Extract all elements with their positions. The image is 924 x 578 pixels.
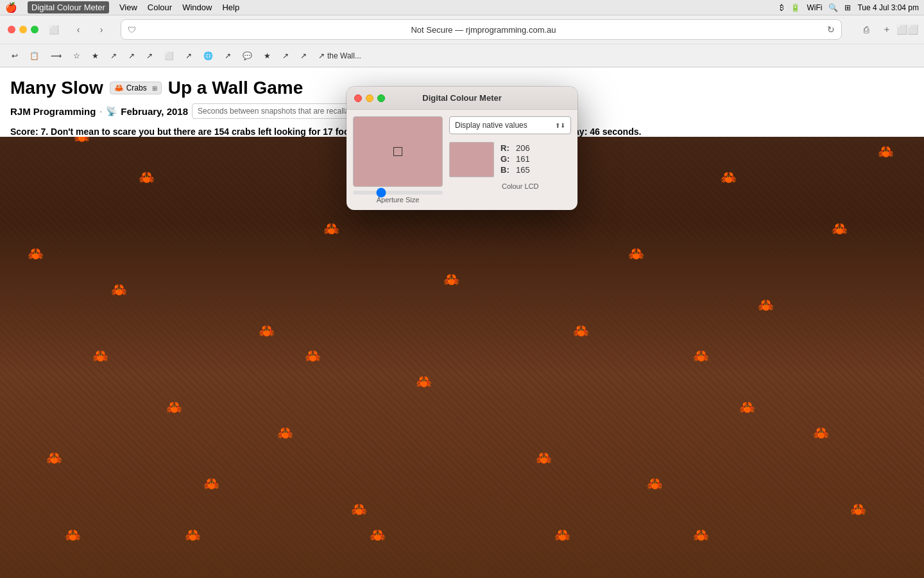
crabs-label: Crabs — [126, 83, 147, 92]
game-crab-7[interactable]: 🦀 — [111, 282, 127, 297]
control-center-icon[interactable]: ⊞ — [844, 3, 851, 12]
game-crab-12[interactable]: 🦀 — [277, 425, 293, 441]
dialog-titlebar: Digital Colour Meter — [346, 87, 578, 110]
game-crab-33[interactable]: 🦀 — [185, 527, 201, 543]
bookmark-item-13[interactable]: 💬 — [237, 47, 257, 65]
close-button[interactable] — [8, 26, 15, 33]
game-crab-36[interactable]: 🦀 — [693, 527, 709, 543]
bookmark-item-1[interactable]: ↩ — [6, 47, 23, 65]
bookmark-item-15[interactable]: ↗ — [277, 47, 294, 65]
minimize-button[interactable] — [19, 26, 27, 33]
game-crab-31[interactable]: 🦀 — [850, 502, 866, 517]
new-tab-button[interactable]: ＋ — [878, 21, 896, 39]
game-crab-26[interactable]: 🦀 — [739, 399, 755, 415]
bookmark-item-16[interactable]: ↗ — [295, 47, 312, 65]
bookmark-item-12[interactable]: ↗ — [219, 47, 236, 65]
bookmarks-bar: ↩ 📋 ⟿ ☆ ★ ↗ ↗ ↗ ⬜ ↗ 🌐 ↗ 💬 ★ ↗ ↗ ↗ the Wa… — [0, 44, 924, 67]
game-crab-13[interactable]: 🦀 — [323, 221, 339, 236]
dialog-traffic-lights — [354, 94, 385, 102]
menu-window[interactable]: Window — [182, 3, 212, 12]
bluetooth-icon: ₿ — [780, 3, 784, 12]
display-dropdown-label: Display native values — [455, 121, 527, 130]
game-crab-3[interactable]: 🦀 — [28, 246, 44, 261]
security-icon: 🛡 — [128, 25, 136, 35]
dialog-minimize-button[interactable] — [366, 94, 373, 102]
bookmark-item-17[interactable]: ↗ the Wall... — [313, 47, 366, 65]
game-area[interactable]: 🦀 🦀 🦀 🦀 🦀 🦀 🦀 🦀 🦀 🦀 🦀 🦀 🦀 🦀 🦀 🦀 🦀 🦀 🦀 🦀 … — [0, 67, 924, 578]
game-crab-8[interactable]: 🦀 — [166, 399, 182, 415]
battery-icon: 🔋 — [791, 3, 800, 12]
game-crab-32[interactable]: 🦀 — [878, 144, 894, 159]
game-crab-17[interactable]: 🦀 — [443, 272, 459, 287]
game-crab-34[interactable]: 🦀 — [370, 527, 386, 543]
g-label: G: — [501, 154, 513, 164]
search-icon[interactable]: 🔍 — [828, 3, 838, 12]
colour-lcd-label: Colour LCD — [502, 182, 571, 190]
game-crab-38[interactable]: 🦀 — [305, 348, 321, 363]
game-crab-4[interactable]: 🦀 — [92, 348, 108, 363]
bookmark-item-6[interactable]: ↗ — [105, 47, 122, 65]
game-crab-30[interactable]: 🦀 — [832, 221, 848, 236]
color-swatch — [449, 142, 494, 177]
bookmark-item-8[interactable]: ↗ — [141, 47, 158, 65]
game-crab-19[interactable]: 🦀 — [536, 450, 552, 466]
game-crab-16[interactable]: 🦀 — [416, 374, 432, 389]
back-button[interactable]: ‹ — [69, 21, 87, 39]
game-crab-24[interactable]: 🦀 — [693, 348, 709, 363]
menu-help[interactable]: Help — [222, 3, 239, 12]
dialog-zoom-button[interactable] — [377, 94, 385, 102]
game-crab-9[interactable]: 🦀 — [203, 476, 219, 491]
dialog-close-button[interactable] — [354, 94, 362, 102]
game-crab-29[interactable]: 🦀 — [813, 425, 829, 441]
menu-view[interactable]: View — [119, 3, 137, 12]
apple-menu[interactable]: 🍎 — [5, 2, 17, 13]
bookmark-item-7[interactable]: ↗ — [123, 47, 140, 65]
forward-button[interactable]: › — [92, 21, 110, 39]
title-up-wall-game: Up a Wall Game — [168, 78, 304, 98]
browser-titlebar: ⬜ ‹ › 🛡 Not Secure — rjmprogramming.com.… — [0, 15, 924, 44]
dialog-body: Aperture Size Display native values ⬆⬇ — [346, 110, 578, 210]
maximize-button[interactable] — [31, 26, 38, 33]
bookmark-item-5[interactable]: ★ — [87, 47, 104, 65]
game-crab-25[interactable]: 🦀 — [721, 170, 737, 185]
game-crab-6[interactable]: 🦀 — [139, 170, 155, 185]
game-crab-14[interactable]: 🦀 — [351, 502, 367, 517]
menu-colour[interactable]: Colour — [148, 3, 172, 12]
crosshair-indicator — [393, 147, 402, 156]
game-crab-11[interactable]: 🦀 — [259, 323, 275, 338]
display-native-dropdown[interactable]: Display native values ⬆⬇ — [449, 116, 571, 134]
menu-digital-colour-meter[interactable]: Digital Colour Meter — [28, 1, 109, 13]
share-button[interactable]: ⎙ — [857, 21, 875, 39]
bookmark-item-4[interactable]: ☆ — [68, 47, 85, 65]
game-crab-35[interactable]: 🦀 — [554, 527, 570, 543]
game-crab-27[interactable]: 🦀 — [758, 297, 774, 313]
bookmark-item-10[interactable]: ↗ — [180, 47, 197, 65]
tab-overview-button[interactable]: ⬜⬜ — [898, 21, 916, 39]
dialog-right-column: Display native values ⬆⬇ R: 206 — [449, 116, 571, 190]
title-many-slow: Many Slow — [10, 78, 103, 98]
aperture-slider[interactable] — [353, 191, 443, 195]
b-label: B: — [501, 165, 513, 175]
game-crab-5[interactable]: 🦀 — [46, 450, 62, 466]
reload-button[interactable]: ↻ — [827, 24, 835, 35]
bookmark-item-2[interactable]: 📋 — [24, 47, 44, 65]
badge-arrow: ⊞ — [152, 85, 157, 92]
bookmark-item-14[interactable]: ★ — [259, 47, 276, 65]
game-crab-39[interactable]: 🦀 — [65, 527, 81, 543]
game-crab-23[interactable]: 🦀 — [647, 476, 663, 491]
crab-emoji-badge: 🦀 — [114, 83, 124, 92]
game-crab-22[interactable]: 🦀 — [628, 246, 644, 261]
bookmark-item-9[interactable]: ⬜ — [159, 47, 179, 65]
bookmark-item-3[interactable]: ⟿ — [46, 47, 67, 65]
crabs-badge: 🦀 Crabs ⊞ — [110, 82, 162, 94]
rgb-values-display: R: 206 G: 161 B: 165 — [501, 143, 530, 175]
dialog-left-column: Aperture Size — [353, 116, 443, 204]
dropdown-stepper-icon: ⬆⬇ — [555, 122, 565, 129]
bookmark-item-11[interactable]: 🌐 — [198, 47, 218, 65]
address-bar[interactable]: 🛡 Not Secure — rjmprogramming.com.au ↻ — [121, 19, 842, 40]
dialog-title-text: Digital Colour Meter — [422, 93, 502, 103]
url-text: Not Secure — rjmprogramming.com.au — [140, 25, 827, 35]
game-crab-20[interactable]: 🦀 — [573, 323, 589, 338]
sidebar-toggle-button[interactable]: ⬜ — [44, 21, 64, 39]
color-readout-row: R: 206 G: 161 B: 165 — [449, 142, 571, 177]
